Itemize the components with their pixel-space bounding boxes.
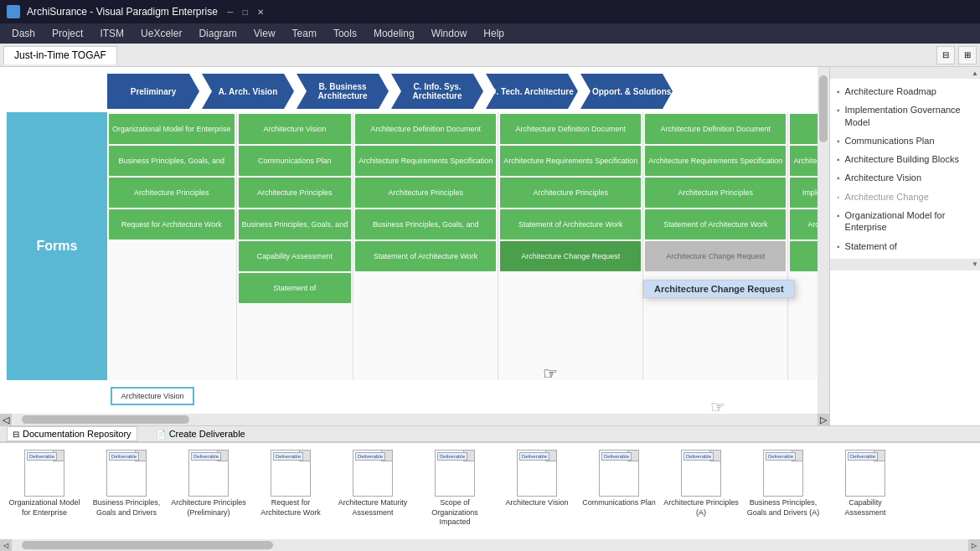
cell-impl-migration-e[interactable]: Implementation and Migration Plan	[790, 178, 818, 208]
menu-itsm[interactable]: ITSM	[91, 26, 132, 41]
cell-arch-change-d[interactable]: Architecture Change Request	[645, 241, 786, 271]
context-menu-item-arch-change[interactable]: Architecture Change Request	[644, 281, 794, 297]
right-panel-item-statement[interactable]: ▪ Statement of	[830, 237, 980, 255]
phase-d[interactable]: D. Tech. Architecture	[486, 74, 578, 109]
tab-documentation-repo[interactable]: ⊟ Documentation Repository	[7, 426, 137, 441]
tabbar-icons: ⊟ ⊞	[936, 46, 977, 64]
cell-arch-roadmap-e[interactable]: Architecture Roadmap	[790, 114, 818, 144]
bottom-scroll-right[interactable]: ▷	[968, 539, 980, 551]
close-button[interactable]: ✕	[255, 6, 266, 18]
right-panel-scrollbar[interactable]	[818, 67, 829, 414]
deliverable-label-3: Architecture Principles (Preliminary)	[171, 498, 246, 518]
menu-uexceler[interactable]: UeXceler	[132, 26, 190, 41]
menu-diagram[interactable]: Diagram	[190, 26, 245, 41]
menu-window[interactable]: Window	[423, 26, 476, 41]
cell-statement-arch-d[interactable]: Statement of Architecture Work	[645, 209, 786, 239]
scroll-left[interactable]: ◁	[0, 414, 12, 425]
cell-arch-def-e[interactable]: Architecture Definition Docum...	[790, 209, 818, 239]
menu-dash[interactable]: Dash	[3, 26, 44, 41]
cell-arch-principles-a[interactable]: Architecture Principles	[239, 178, 352, 208]
cell-arch-principles-b[interactable]: Architecture Principles	[355, 178, 496, 208]
cell-comms-plan-a[interactable]: Communications Plan	[239, 146, 352, 176]
deliverables-content[interactable]: Deliverable Organizational Model for Ent…	[0, 443, 980, 539]
right-panel-item-org-model[interactable]: ▪ Organizational Model for Enterprise	[830, 206, 980, 237]
phase-b[interactable]: B. Business Architecture	[297, 74, 389, 109]
phase-a[interactable]: A. Arch. Vision	[202, 74, 294, 109]
bottom-h-scrollbar[interactable]: ◁ ▷	[0, 539, 980, 551]
menu-help[interactable]: Help	[475, 26, 513, 41]
active-tab[interactable]: Just-in-Time TOGAF	[3, 46, 117, 64]
cell-capability-a[interactable]: Capability Assessment	[239, 241, 352, 271]
cell-arch-def-d[interactable]: Architecture Definition Document	[645, 114, 786, 144]
phase-c[interactable]: C. Info. Sys. Architecture	[391, 74, 483, 109]
cell-org-model[interactable]: Organizational Model for Enterprise	[109, 114, 235, 144]
cell-arch-req-d[interactable]: Architecture Requirements Specification	[645, 146, 786, 176]
menu-tools[interactable]: Tools	[325, 26, 365, 41]
deliverable-bus-principles-a[interactable]: Deliverable Business Principles, Goals a…	[745, 450, 821, 518]
cell-statement-a[interactable]: Statement of	[239, 273, 352, 303]
phase-col-e: Architecture Roadmap Architecture Requir…	[788, 112, 818, 380]
maximize-button[interactable]: □	[240, 6, 251, 18]
scroll-right[interactable]: ▷	[818, 414, 829, 425]
cell-arch-def-c[interactable]: Architecture Definition Document	[500, 114, 641, 144]
deliverable-capability[interactable]: Deliverable Capability Assessment	[828, 450, 903, 518]
tab-create-deliverable[interactable]: 📄 Create Deliverable	[151, 427, 250, 440]
cell-statement-arch-b[interactable]: Statement of Architecture Work	[355, 241, 496, 271]
menu-modeling[interactable]: Modeling	[365, 26, 423, 41]
cell-bus-principles-b[interactable]: Business Principles, Goals, and	[355, 209, 496, 239]
diagram-area: Preliminary A. Arch. Vision B. Business …	[0, 67, 829, 425]
right-panel-item-roadmap[interactable]: ▪ Architecture Roadmap	[830, 82, 980, 100]
cell-bus-principles-prelim[interactable]: Business Principles, Goals, and	[109, 146, 235, 176]
deliverable-req-arch-work[interactable]: Deliverable Request for Architecture Wor…	[253, 450, 328, 518]
split-bar: ⊟ Documentation Repository 📄 Create Deli…	[0, 425, 980, 442]
right-panel-item-governance[interactable]: ▪ Implementation Governance Model	[830, 100, 980, 131]
doc-icon-8: ▪	[837, 241, 840, 252]
right-panel-bottom-scroll[interactable]: ▼	[830, 259, 980, 270]
menu-team[interactable]: Team	[284, 26, 325, 41]
cell-statement-e[interactable]: Statement of	[790, 241, 818, 271]
deliverable-label-8: Communications Plan	[582, 498, 656, 508]
deliverable-comms-plan[interactable]: Deliverable Communications Plan	[581, 450, 657, 508]
diagram-scroll[interactable]: Preliminary A. Arch. Vision B. Business …	[0, 67, 818, 414]
tab-icon-1[interactable]: ⊟	[936, 46, 955, 64]
cell-arch-def-b[interactable]: Architecture Definition Document	[355, 114, 496, 144]
menu-project[interactable]: Project	[44, 26, 91, 41]
tab-icon-2[interactable]: ⊞	[958, 46, 977, 64]
phase-e[interactable]: E. Opport. & Solutions	[580, 74, 673, 109]
right-panel-item-arch-change[interactable]: ▪ Architecture Change	[830, 188, 980, 206]
deliverable-label-7: Architecture Vision	[506, 498, 569, 508]
right-panel-list: ▪ Architecture Roadmap ▪ Implementation …	[830, 79, 980, 259]
cell-req-arch-work[interactable]: Request for Architecture Work	[109, 209, 235, 239]
deliverable-bus-principles[interactable]: Deliverable Business Principles, Goals a…	[89, 450, 164, 518]
menu-view[interactable]: View	[245, 26, 284, 41]
cell-arch-principles-d[interactable]: Architecture Principles	[645, 178, 786, 208]
cell-statement-arch-c[interactable]: Statement of Architecture Work	[500, 209, 641, 239]
deliverable-scope[interactable]: Deliverable Scope of Organizations Impac…	[417, 450, 493, 528]
deliverable-maturity[interactable]: Deliverable Architecture Maturity Assess…	[335, 450, 410, 518]
cell-bus-principles-a[interactable]: Business Principles, Goals, and	[239, 209, 352, 239]
bottom-scroll-left[interactable]: ◁	[0, 539, 12, 551]
h-scrollbar[interactable]: ◁ ▷	[0, 414, 829, 425]
deliverable-arch-principles[interactable]: Deliverable Architecture Principles (Pre…	[171, 450, 246, 518]
arch-vision-bottom[interactable]: Architecture Vision	[111, 387, 194, 405]
cell-arch-req-b[interactable]: Architecture Requirements Specification	[355, 146, 496, 176]
cell-arch-principles-prelim[interactable]: Architecture Principles	[109, 178, 235, 208]
context-menu[interactable]: Architecture Change Request	[643, 280, 795, 298]
phase-col-b: Architecture Definition Document Archite…	[353, 112, 498, 380]
cell-arch-principles-c[interactable]: Architecture Principles	[500, 178, 641, 208]
cell-arch-change-c[interactable]: Architecture Change Request	[500, 241, 641, 271]
cell-arch-req-c[interactable]: Architecture Requirements Specification	[500, 146, 641, 176]
right-panel-item-vision[interactable]: ▪ Architecture Vision	[830, 168, 980, 187]
right-panel-item-building-blocks[interactable]: ▪ Architecture Building Blocks	[830, 150, 980, 168]
cell-arch-vision-a[interactable]: Architecture Vision	[239, 114, 352, 144]
right-panel-top-scroll[interactable]: ▲	[830, 67, 980, 79]
deliverable-arch-principles-a[interactable]: Deliverable Architecture Principles (A)	[663, 450, 739, 518]
app-icon	[7, 5, 20, 18]
phase-preliminary[interactable]: Preliminary	[107, 74, 199, 109]
deliverable-arch-vision[interactable]: Deliverable Architecture Vision	[499, 450, 575, 508]
right-panel-label-8: Statement of	[845, 240, 897, 252]
right-panel-item-comms[interactable]: ▪ Communications Plan	[830, 131, 980, 150]
deliverable-org-model[interactable]: Deliverable Organizational Model for Ent…	[7, 450, 82, 518]
cell-arch-req-e[interactable]: Architecture Requirements Specification	[790, 146, 818, 176]
minimize-button[interactable]: ─	[224, 6, 236, 18]
